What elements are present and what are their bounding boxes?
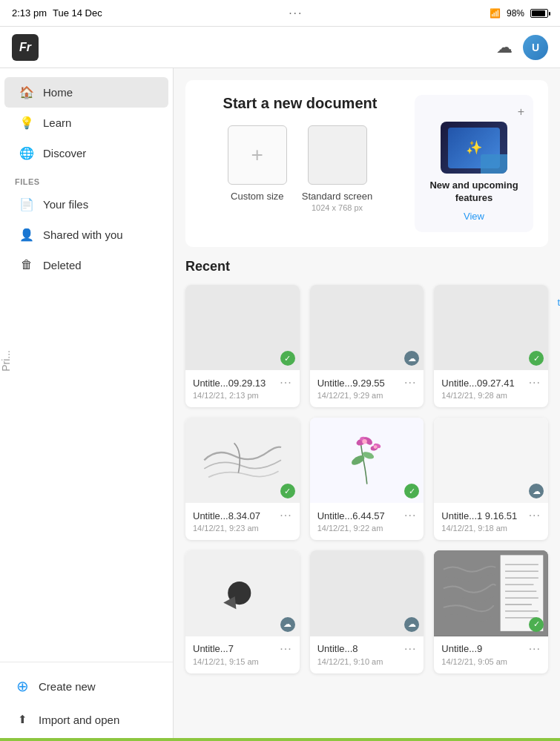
content-area: Start a new document + Custom size Stand… xyxy=(174,68,560,741)
doc-header-row: Untitle...6.44.57 ··· xyxy=(317,509,417,522)
bottom-bar xyxy=(0,738,560,741)
doc-info: Untitle...7 ··· 14/12/21, 9:15 am xyxy=(185,636,300,674)
svg-point-8 xyxy=(373,445,377,449)
doc-more-button[interactable]: ··· xyxy=(404,509,416,522)
table-row[interactable]: ☁ Untitle...1 9.16.51 ··· 14/12/21, 9:18… xyxy=(434,418,548,540)
sidebar-item-label: Shared with you xyxy=(43,228,123,241)
standard-screen-label: Standard screen xyxy=(302,191,372,202)
features-view-link[interactable]: View xyxy=(464,211,484,222)
discover-icon: 🌐 xyxy=(19,146,34,160)
doc-date: 14/12/21, 9:15 am xyxy=(193,657,292,666)
standard-screen-box xyxy=(308,125,367,185)
doc-more-button[interactable]: ··· xyxy=(529,509,541,522)
doc-name: Untitle...09.27.41 xyxy=(441,378,514,389)
doc-more-button[interactable]: ··· xyxy=(280,509,291,522)
features-img-card xyxy=(481,154,507,174)
app-logo[interactable]: Fr xyxy=(12,34,39,61)
table-row[interactable]: ☁ Untitle...7 ··· 14/12/21, 9:15 am xyxy=(185,550,300,673)
custom-size-plus: + xyxy=(251,143,263,167)
start-title: Start a new document xyxy=(200,95,400,112)
header-icons: ☁ U xyxy=(496,35,548,60)
doc-thumbnail: ☁ xyxy=(310,550,424,636)
partial-sketch-svg xyxy=(208,567,277,619)
sidebar-item-learn[interactable]: 💡 Learn xyxy=(4,108,168,138)
partial-right-text: t xyxy=(557,297,560,308)
status-badge: ☁ xyxy=(404,351,419,366)
doc-options: + Custom size Standard screen 1024 x 768… xyxy=(200,125,400,212)
doc-more-button[interactable]: ··· xyxy=(404,642,416,656)
cloud-icon[interactable]: ☁ xyxy=(496,38,513,57)
table-row[interactable]: ✓ Untitle...9 ··· 14/12/21, 9:05 am xyxy=(434,550,548,673)
import-label: Import and open xyxy=(39,714,119,726)
doc-date: 14/12/21, 9:18 am xyxy=(441,524,541,533)
start-section: Start a new document + Custom size Stand… xyxy=(185,80,548,247)
table-row[interactable]: ✓ Untitle...09.27.41 ··· 14/12/21, 9:28 … xyxy=(434,285,548,407)
doc-name: Untitle...8.34.07 xyxy=(193,510,260,521)
doc-more-button[interactable]: ··· xyxy=(280,642,291,656)
learn-icon: 💡 xyxy=(19,116,34,130)
table-row[interactable]: ✓ Untitle...8.34.07 ··· 14/12/21, 9:23 a… xyxy=(185,418,300,540)
status-dots: ··· xyxy=(289,7,303,20)
doc-thumbnail: ✓ xyxy=(185,285,300,370)
doc-thumbnail: ☁ xyxy=(310,285,424,370)
doc-name: Untitle...6.44.57 xyxy=(317,510,385,521)
sidebar-item-label: Deleted xyxy=(43,259,82,271)
avatar[interactable]: U xyxy=(523,35,548,60)
doc-header-row: Untitle...1 9.16.51 ··· xyxy=(441,509,541,522)
doc-more-button[interactable]: ··· xyxy=(280,376,291,389)
battery-bar xyxy=(530,9,548,18)
doc-info: Untitle...6.44.57 ··· 14/12/21, 9:22 am xyxy=(310,503,424,540)
doc-date: 14/12/21, 9:29 am xyxy=(317,391,417,400)
doc-info: Untitle...8 ··· 14/12/21, 9:10 am xyxy=(310,636,424,674)
sidebar-item-your-files[interactable]: 📄 Your files xyxy=(4,189,168,220)
custom-size-box: + xyxy=(228,125,287,185)
custom-size-option[interactable]: + Custom size xyxy=(228,125,287,212)
sidebar-bottom: ⊕ Create new ⬆ Import and open xyxy=(0,662,173,741)
sidebar-item-label: Discover xyxy=(43,147,86,159)
doc-name: Untitle...9.29.55 xyxy=(317,378,385,389)
recent-grid: ✓ Untitle...09.29.13 ··· 14/12/21, 2:13 … xyxy=(185,285,548,674)
status-badge: ☁ xyxy=(404,617,419,632)
status-badge: ✓ xyxy=(404,484,419,498)
table-row[interactable]: ✓ Untitle...6.44.57 ··· 14/12/21, 9:22 a… xyxy=(310,418,424,540)
doc-more-button[interactable]: ··· xyxy=(529,376,541,389)
doc-thumbnail: ☁ xyxy=(434,418,548,503)
doc-header-row: Untitle...09.27.41 ··· xyxy=(441,376,541,389)
doc-info: Untitle...9.29.55 ··· 14/12/21, 9:29 am xyxy=(310,370,424,407)
doc-header-row: Untitle...8 ··· xyxy=(317,642,417,656)
features-image: ✨ xyxy=(441,122,507,174)
sidebar-item-discover[interactable]: 🌐 Discover xyxy=(4,138,168,168)
custom-size-label: Custom size xyxy=(231,191,284,202)
standard-screen-sub: 1024 x 768 px xyxy=(312,203,363,212)
standard-screen-option[interactable]: Standard screen 1024 x 768 px xyxy=(302,125,372,212)
doc-thumbnail: ✓ xyxy=(310,418,424,503)
table-row[interactable]: ☁ Untitle...8 ··· 14/12/21, 9:10 am xyxy=(310,550,424,673)
doc-info: Untitle...1 9.16.51 ··· 14/12/21, 9:18 a… xyxy=(434,503,548,540)
create-new-button[interactable]: ⊕ Create new xyxy=(0,668,173,704)
table-row[interactable]: ✓ Untitle...09.29.13 ··· 14/12/21, 2:13 … xyxy=(185,285,300,407)
doc-more-button[interactable]: ··· xyxy=(529,642,541,656)
date: Tue 14 Dec xyxy=(53,7,102,19)
sidebar-nav: 🏠 Home 💡 Learn 🌐 Discover FILES 📄 Your f… xyxy=(0,68,173,662)
doc-header-row: Untitle...8.34.07 ··· xyxy=(193,509,292,522)
trash-icon: 🗑 xyxy=(19,258,34,271)
features-plus-icon: + xyxy=(518,105,524,119)
doc-info: Untitle...09.29.13 ··· 14/12/21, 2:13 pm xyxy=(185,370,300,407)
sparkle-icon: ✨ xyxy=(466,139,482,156)
sidebar-item-home[interactable]: 🏠 Home xyxy=(4,77,168,108)
sidebar-item-label: Your files xyxy=(43,198,88,211)
battery-icon xyxy=(530,9,548,18)
sidebar-item-deleted[interactable]: 🗑 Deleted xyxy=(4,250,168,280)
sidebar-item-label: Home xyxy=(43,86,73,99)
doc-more-button[interactable]: ··· xyxy=(404,376,416,389)
sidebar-item-shared[interactable]: 👤 Shared with you xyxy=(4,220,168,250)
doc-info: Untitle...9 ··· 14/12/21, 9:05 am xyxy=(434,636,548,674)
doc-date: 14/12/21, 9:23 am xyxy=(193,524,292,533)
doc-header-row: Untitle...7 ··· xyxy=(193,642,292,656)
doc-date: 14/12/21, 2:13 pm xyxy=(193,391,292,400)
import-open-button[interactable]: ⬆ Import and open xyxy=(0,704,173,735)
table-row[interactable]: ☁ Untitle...9.29.55 ··· 14/12/21, 9:29 a… xyxy=(310,285,424,407)
doc-name: Untitle...09.29.13 xyxy=(193,378,266,389)
sidebar: 🏠 Home 💡 Learn 🌐 Discover FILES 📄 Your f… xyxy=(0,68,174,741)
home-icon: 🏠 xyxy=(19,85,34,99)
